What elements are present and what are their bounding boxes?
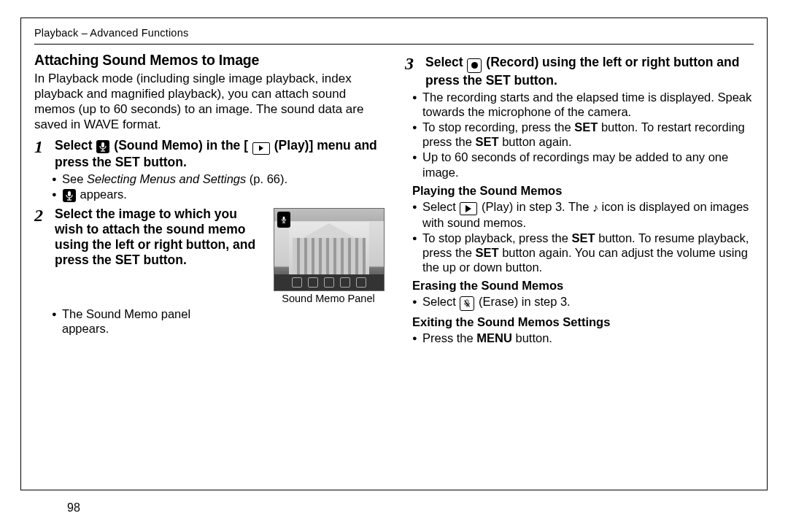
playing-bullets: Select (Play) in step 3. The ♪ icon is d… xyxy=(412,199,754,275)
bullet: Select (Play) in step 3. The ♪ icon is d… xyxy=(412,199,754,230)
subhead-erasing: Erasing the Sound Memos xyxy=(412,279,754,293)
set-button-label: SET xyxy=(572,231,595,244)
thumbnail-col: Sound Memo Panel xyxy=(274,207,383,305)
mic-icon xyxy=(63,189,76,202)
text: Select xyxy=(422,200,459,213)
step-1: 1 Select (Sound Memo) in the [ (Play)] m… xyxy=(34,138,383,170)
text: To stop playback, press the xyxy=(422,231,572,244)
bullet: The recording starts and the elapsed tim… xyxy=(412,90,754,119)
bullet: The Sound Memo panel appears. xyxy=(52,307,230,336)
screenshot-thumbnail xyxy=(274,208,385,291)
set-button-label: SET xyxy=(574,120,598,134)
bullet: To stop playback, press the SET button. … xyxy=(412,231,754,274)
sound-memo-panel-bar xyxy=(274,274,384,290)
set-button-label: SET xyxy=(475,135,498,148)
mic-icon xyxy=(96,140,109,153)
text: button. xyxy=(512,331,552,344)
step-2: 2 Select the image to which you wish to … xyxy=(34,207,383,305)
text: appears. xyxy=(80,188,127,201)
exiting-bullets: Press the MENU button. xyxy=(412,331,754,345)
text: (Erase) in step 3. xyxy=(479,295,571,308)
running-header: Playback – Advanced Functions xyxy=(34,27,754,45)
text: To stop recording, press the xyxy=(422,120,574,134)
bullet: Select (Erase) in step 3. xyxy=(412,294,754,311)
text: See xyxy=(62,172,87,185)
reference-title: Selecting Menus and Settings xyxy=(87,172,246,185)
step-2-bullets: The Sound Memo panel appears. xyxy=(52,307,383,336)
intro-paragraph: In Playback mode (including single image… xyxy=(34,72,383,132)
record-icon xyxy=(467,58,482,73)
step-number: 2 xyxy=(34,207,50,224)
subhead-exiting: Exiting the Sound Memos Settings xyxy=(412,315,754,329)
bullet: To stop recording, press the SET button.… xyxy=(412,120,754,149)
bullet: Press the MENU button. xyxy=(412,331,754,345)
subhead-playing: Playing the Sound Memos xyxy=(412,184,754,198)
music-note-icon: ♪ xyxy=(592,201,598,214)
step-1-text: Select (Sound Memo) in the [ (Play)] men… xyxy=(55,138,383,170)
bullet: See Selecting Menus and Settings (p. 66)… xyxy=(52,171,383,186)
erase-icon xyxy=(460,296,474,311)
text: (Play) in step 3. The xyxy=(482,200,592,213)
manual-page: Playback – Advanced Functions Attaching … xyxy=(0,0,788,532)
left-column: Attaching Sound Memos to Image In Playba… xyxy=(34,52,383,481)
step-number: 1 xyxy=(34,138,50,155)
text: button again. xyxy=(499,135,572,148)
text: (Sound Memo) in the [ xyxy=(114,138,248,153)
set-button-label: SET xyxy=(475,246,498,259)
text: Select xyxy=(425,55,466,69)
two-column-layout: Attaching Sound Memos to Image In Playba… xyxy=(34,52,754,481)
erasing-bullets: Select (Erase) in step 3. xyxy=(412,294,754,311)
step-3: 3 Select (Record) using the left or righ… xyxy=(405,55,754,88)
section-title: Attaching Sound Memos to Image xyxy=(34,52,383,69)
step-2-text: Select the image to which you wish to at… xyxy=(55,207,266,268)
page-number: 98 xyxy=(67,501,80,514)
text: Select xyxy=(422,295,459,308)
step-1-bullets: See Selecting Menus and Settings (p. 66)… xyxy=(52,171,383,202)
bullet: appears. xyxy=(52,187,383,202)
step-3-bullets: The recording starts and the elapsed tim… xyxy=(412,90,754,180)
text: (p. 66). xyxy=(246,172,287,185)
mic-icon xyxy=(277,212,290,228)
thumbnail-caption: Sound Memo Panel xyxy=(274,293,383,305)
play-menu-icon xyxy=(252,142,270,155)
step-3-text: Select (Record) using the left or right … xyxy=(425,55,754,88)
page-border: Playback – Advanced Functions Attaching … xyxy=(20,18,768,490)
play-icon xyxy=(460,202,477,215)
menu-button-label: MENU xyxy=(476,331,512,344)
right-column: 3 Select (Record) using the left or righ… xyxy=(405,52,754,481)
svg-rect-3 xyxy=(68,191,71,196)
step-number: 3 xyxy=(405,55,421,72)
svg-rect-0 xyxy=(101,142,104,147)
text: Select xyxy=(55,138,96,153)
svg-rect-6 xyxy=(283,217,285,220)
bullet: Up to 60 seconds of recordings may be ad… xyxy=(412,150,754,179)
text: Press the xyxy=(422,331,476,344)
